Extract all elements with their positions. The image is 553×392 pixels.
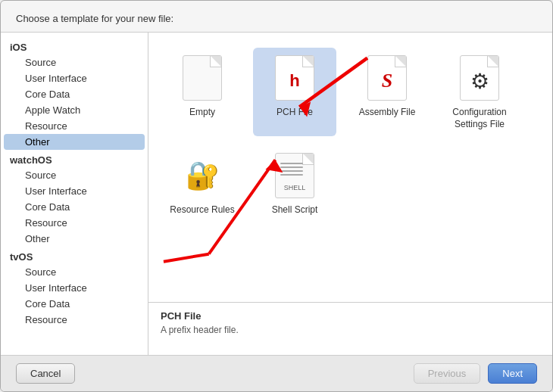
template-label-assembly: Assembly File	[359, 107, 416, 119]
template-item-empty[interactable]: Empty	[161, 48, 244, 136]
cancel-button[interactable]: Cancel	[16, 363, 75, 384]
template-item-shell[interactable]: SHELL Shell Script	[253, 145, 336, 222]
template-label-resource-rules: Resource Rules	[170, 204, 234, 216]
sidebar: iOS Source User Interface Core Data Appl…	[1, 33, 148, 355]
sidebar-item-ios-coredata[interactable]: Core Data	[4, 86, 145, 102]
previous-button[interactable]: Previous	[414, 363, 481, 384]
footer-right: Previous Next	[414, 363, 537, 384]
pch-file-icon: h	[270, 54, 319, 102]
template-label-config: Configuration Settings File	[444, 107, 515, 130]
sidebar-item-tvos-ui[interactable]: User Interface	[4, 280, 145, 296]
sidebar-item-ios-ui[interactable]: User Interface	[4, 70, 145, 86]
content-wrapper: Empty h PCH File	[148, 33, 552, 355]
dialog-footer: Cancel Previous Next	[1, 355, 552, 391]
sidebar-item-watchos-resource[interactable]: Resource	[4, 215, 145, 231]
sidebar-item-ios-applewatch[interactable]: Apple Watch	[4, 102, 145, 118]
template-item-assembly[interactable]: S Assembly File	[345, 48, 429, 136]
sidebar-group-ios: iOS	[1, 37, 148, 54]
dialog-body: iOS Source User Interface Core Data Appl…	[1, 32, 552, 355]
template-label-shell: Shell Script	[272, 204, 318, 216]
dialog-title: Choose a template for your new file:	[1, 1, 552, 32]
sidebar-item-tvos-coredata[interactable]: Core Data	[4, 296, 145, 312]
template-grid: Empty h PCH File	[148, 33, 552, 302]
sidebar-item-ios-resource[interactable]: Resource	[4, 118, 145, 134]
sidebar-item-watchos-other[interactable]: Other	[4, 231, 145, 247]
sidebar-group-tvos: tvOS	[1, 247, 148, 264]
sidebar-item-tvos-source[interactable]: Source	[4, 264, 145, 280]
shell-file-icon: SHELL	[270, 151, 319, 200]
empty-file-icon	[178, 54, 227, 102]
content-area: Empty h PCH File	[148, 33, 552, 355]
template-item-pch[interactable]: h PCH File	[253, 48, 336, 136]
sidebar-item-watchos-coredata[interactable]: Core Data	[4, 199, 145, 215]
template-label-pch: PCH File	[276, 107, 313, 119]
template-dialog: Choose a template for your new file: iOS…	[0, 0, 553, 392]
sidebar-item-tvos-resource[interactable]: Resource	[4, 312, 145, 328]
template-item-config[interactable]: ⚙ Configuration Settings File	[438, 48, 521, 136]
description-title: PCH File	[161, 310, 540, 322]
assembly-file-icon: S	[363, 54, 411, 102]
sidebar-item-ios-source[interactable]: Source	[4, 54, 145, 70]
resource-rules-icon: 🔐	[178, 151, 227, 200]
next-button[interactable]: Next	[488, 363, 537, 384]
sidebar-item-ios-other[interactable]: Other	[4, 134, 145, 150]
config-file-icon: ⚙	[455, 54, 504, 102]
template-item-resource-rules[interactable]: 🔐 Resource Rules	[161, 145, 244, 222]
template-label-empty: Empty	[189, 107, 215, 119]
sidebar-item-watchos-ui[interactable]: User Interface	[4, 183, 145, 199]
description-text: A prefix header file.	[161, 325, 540, 335]
description-area: PCH File A prefix header file.	[148, 302, 552, 355]
sidebar-group-watchos: watchOS	[1, 150, 148, 167]
sidebar-item-watchos-source[interactable]: Source	[4, 167, 145, 183]
